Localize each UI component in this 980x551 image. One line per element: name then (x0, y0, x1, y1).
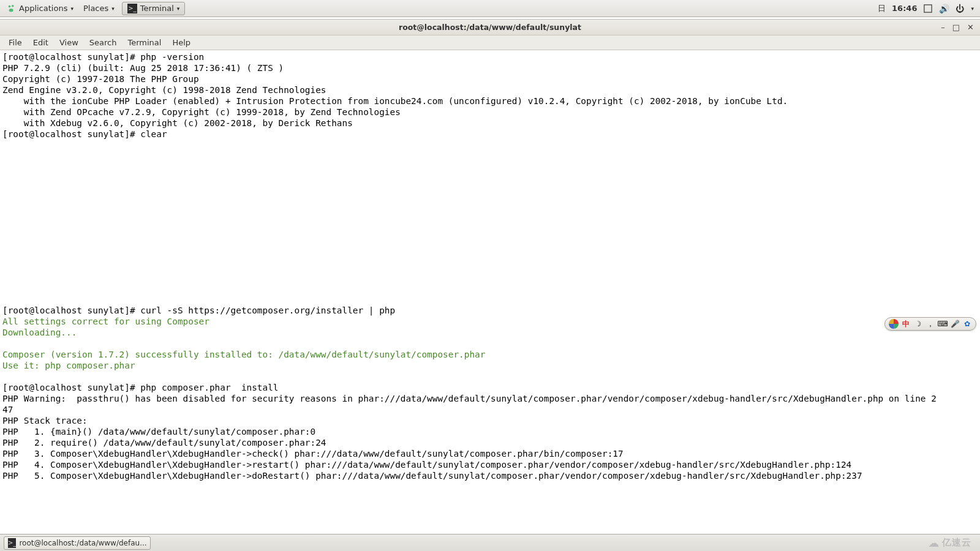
ime-moon-icon[interactable]: ☽ (913, 319, 923, 329)
day-glyph: 日 (878, 3, 886, 14)
term-curl: [root@localhost sunylat]# curl -sS https… (2, 305, 395, 315)
watermark-text: 亿速云 (942, 537, 971, 549)
terminal-menubar: File Edit View Search Terminal Help (0, 36, 980, 50)
composer-msg-3: Composer (version 1.7.2) successfully in… (2, 350, 485, 359)
clock[interactable]: 16:46 (892, 4, 917, 13)
menu-view[interactable]: View (55, 37, 83, 48)
task-button-terminal[interactable]: >_ root@localhost:/data/www/defau... (4, 536, 151, 550)
window-title: root@localhost:/data/www/default/sunylat (0, 23, 980, 32)
ime-punct-icon[interactable]: ， (925, 319, 935, 329)
composer-msg-1: All settings correct for using Composer (2, 317, 209, 326)
watermark: ☁ 亿速云 (928, 536, 976, 549)
svg-point-1 (12, 4, 14, 7)
term-block3: [root@localhost sunylat]# php composer.p… (2, 383, 937, 483)
ime-logo-icon[interactable] (889, 319, 899, 329)
ime-cn-icon[interactable]: 中 (901, 319, 911, 329)
panel-task-terminal[interactable]: >_ Terminal ▾ (122, 2, 185, 15)
menu-help[interactable]: Help (167, 37, 195, 48)
cloud-icon: ☁ (928, 536, 940, 549)
ime-gear-icon[interactable]: ✿ (962, 319, 972, 329)
menu-file[interactable]: File (4, 37, 27, 48)
places-menu[interactable]: Places ▾ (78, 0, 119, 17)
menu-edit[interactable]: Edit (28, 37, 53, 48)
volume-icon[interactable]: 🔊 (939, 4, 949, 13)
caret-down-icon: ▾ (70, 6, 74, 12)
close-button[interactable]: ✕ (967, 23, 974, 32)
caret-down-icon: ▾ (111, 6, 115, 12)
system-tray: 日 16:46 🔊 ⏻ ▾ (878, 3, 978, 14)
composer-msg-2: Downloading... (2, 328, 77, 337)
bottom-taskbar: >_ root@localhost:/data/www/defau... ☁ 亿… (0, 534, 980, 551)
term-block1: [root@localhost sunylat]# php -version P… (2, 52, 788, 139)
svg-rect-3 (924, 4, 932, 12)
ime-toolbar[interactable]: 中 ☽ ， ⌨ 🎤 ✿ (884, 317, 976, 331)
composer-msg-4: Use it: php composer.phar (2, 361, 135, 370)
ime-mic-icon[interactable]: 🎤 (950, 319, 960, 329)
places-menu-label: Places (83, 4, 108, 13)
terminal-viewport[interactable]: [root@localhost sunylat]# php -version P… (0, 50, 980, 483)
terminal-icon: >_ (127, 4, 137, 13)
menu-search[interactable]: Search (85, 37, 122, 48)
svg-point-0 (9, 5, 11, 7)
task-button-label: root@localhost:/data/www/defau... (19, 539, 146, 547)
panel-task-label: Terminal (140, 4, 174, 13)
terminal-window: root@localhost:/data/www/default/sunylat… (0, 19, 980, 483)
minimize-button[interactable]: – (941, 23, 945, 32)
ime-keyboard-icon[interactable]: ⌨ (938, 319, 948, 329)
window-overview-icon[interactable] (923, 4, 933, 13)
svg-point-2 (9, 9, 13, 12)
maximize-button[interactable]: □ (952, 23, 960, 32)
gnome-foot-icon (7, 4, 16, 13)
window-titlebar[interactable]: root@localhost:/data/www/default/sunylat… (0, 20, 980, 36)
power-icon[interactable]: ⏻ (955, 4, 965, 13)
caret-down-icon: ▾ (177, 6, 180, 12)
applications-menu[interactable]: Applications ▾ (2, 0, 78, 17)
applications-menu-label: Applications (19, 4, 67, 13)
menu-terminal[interactable]: Terminal (123, 37, 166, 48)
window-controls: – □ ✕ (941, 23, 980, 32)
terminal-icon: >_ (8, 538, 16, 548)
caret-down-icon[interactable]: ▾ (971, 6, 974, 12)
gnome-top-panel: Applications ▾ Places ▾ >_ Terminal ▾ 日 … (0, 0, 980, 17)
